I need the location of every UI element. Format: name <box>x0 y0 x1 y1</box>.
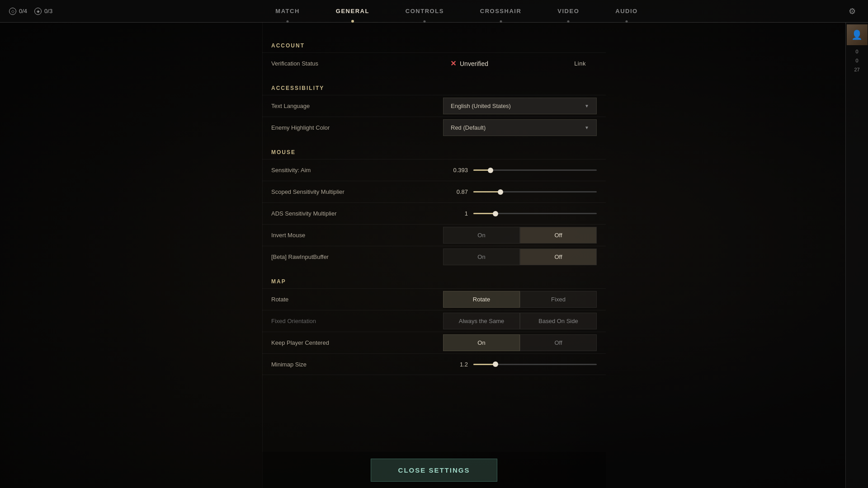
setting-row-ads-sensitivity: ADS Sensitivity Multiplier 1 <box>262 202 606 224</box>
scoped-sensitivity-slider[interactable]: 0.87 <box>443 188 597 195</box>
x-icon: ✕ <box>450 59 456 68</box>
chevron-down-icon-2: ▼ <box>585 125 589 130</box>
stat-3: 27 <box>854 67 859 72</box>
setting-row-enemy-highlight: Enemy Highlight Color Red (Default) ▼ <box>262 117 606 138</box>
slider-thumb-ads-sensitivity[interactable] <box>493 211 498 216</box>
verification-label: Verification Status <box>271 60 443 67</box>
avatar: 👤 <box>847 24 868 45</box>
text-language-value: English (United States) <box>451 103 511 109</box>
verification-control: ✕ Unverified Link <box>443 55 597 72</box>
minimap-size-label: Minimap Size <box>271 361 443 368</box>
invert-mouse-toggle[interactable]: On Off <box>443 227 597 244</box>
setting-row-sensitivity-aim: Sensitivity: Aim 0.393 <box>262 159 606 181</box>
text-language-dropdown[interactable]: English (United States) ▼ <box>443 98 597 114</box>
slider-fill-ads-sensitivity <box>473 213 495 214</box>
verification-status: ✕ Unverified <box>443 55 563 72</box>
avatar-image: 👤 <box>847 24 868 45</box>
slider-fill-minimap-size <box>473 364 495 365</box>
link-button[interactable]: Link <box>563 56 597 71</box>
fixed-orientation-always[interactable]: Always the Same <box>443 313 520 329</box>
setting-row-fixed-orientation: Fixed Orientation Always the Same Based … <box>262 310 606 332</box>
nav-right: ⚙ <box>778 5 868 18</box>
gear-icon[interactable]: ⚙ <box>845 5 859 18</box>
score-value-2: 0/3 <box>44 8 52 14</box>
enemy-highlight-label: Enemy Highlight Color <box>271 124 443 131</box>
raw-input-on[interactable]: On <box>443 249 520 265</box>
slider-fill-scoped-sensitivity <box>473 191 500 192</box>
rotate-label: Rotate <box>271 296 443 303</box>
scoped-sensitivity-label: Scoped Sensitivity Multiplier <box>271 188 443 195</box>
setting-row-keep-centered: Keep Player Centered On Off <box>262 332 606 353</box>
setting-row-scoped-sensitivity: Scoped Sensitivity Multiplier 0.87 <box>262 181 606 202</box>
raw-input-label: [Beta] RawInputBuffer <box>271 253 443 260</box>
keep-centered-off[interactable]: Off <box>520 334 597 351</box>
verification-text: Unverified <box>460 60 488 67</box>
tab-crosshair[interactable]: CROSSHAIR <box>462 0 540 23</box>
score-icon-2: ◈ <box>34 8 42 15</box>
enemy-highlight-dropdown[interactable]: Red (Default) ▼ <box>443 119 597 136</box>
tab-general[interactable]: GENERAL <box>318 0 387 23</box>
raw-input-off[interactable]: Off <box>520 249 597 265</box>
raw-input-toggle[interactable]: On Off <box>443 249 597 265</box>
setting-row-rotate: Rotate Rotate Fixed <box>262 288 606 310</box>
text-language-label: Text Language <box>271 103 443 109</box>
ads-sensitivity-label: ADS Sensitivity Multiplier <box>271 210 443 217</box>
slider-thumb-minimap-size[interactable] <box>493 361 498 367</box>
stat-1: 0 <box>855 49 858 54</box>
close-settings-bar: CLOSE SETTINGS <box>262 452 606 488</box>
setting-row-verification: Verification Status ✕ Unverified Link <box>262 52 606 74</box>
invert-mouse-on[interactable]: On <box>443 227 520 244</box>
section-header-accessibility: ACCESSIBILITY <box>262 78 606 95</box>
fixed-orientation-toggle[interactable]: Always the Same Based On Side <box>443 313 597 329</box>
score-2: ◈ 0/3 <box>34 8 52 15</box>
keep-centered-label: Keep Player Centered <box>271 339 443 346</box>
slider-thumb-scoped-sensitivity[interactable] <box>498 189 503 195</box>
minimap-size-slider[interactable]: 1.2 <box>443 361 597 368</box>
section-header-mouse: MOUSE <box>262 142 606 159</box>
nav-tabs: MATCH GENERAL CONTROLS CROSSHAIR VIDEO A… <box>136 0 778 23</box>
slider-track-ads-sensitivity[interactable] <box>473 213 597 214</box>
sensitivity-aim-slider[interactable]: 0.393 <box>443 167 597 174</box>
setting-row-invert-mouse: Invert Mouse On Off <box>262 224 606 246</box>
nav-scores: ◇ 0/4 ◈ 0/3 <box>0 8 136 15</box>
tab-match[interactable]: MATCH <box>257 0 317 23</box>
slider-track-minimap-size[interactable] <box>473 364 597 365</box>
setting-row-minimap-size: Minimap Size 1.2 <box>262 353 606 375</box>
score-value-1: 0/4 <box>19 8 27 14</box>
slider-thumb-sensitivity-aim[interactable] <box>488 168 493 173</box>
ads-sensitivity-value: 1 <box>443 210 468 217</box>
minimap-size-value: 1.2 <box>443 361 468 368</box>
keep-centered-toggle[interactable]: On Off <box>443 334 597 351</box>
slider-track-sensitivity-aim[interactable] <box>473 169 597 171</box>
enemy-highlight-value: Red (Default) <box>451 124 486 131</box>
stat-2: 0 <box>855 58 858 63</box>
settings-scroll[interactable]: ACCOUNT Verification Status ✕ Unverified… <box>262 23 606 452</box>
score-1: ◇ 0/4 <box>9 8 27 15</box>
close-settings-button[interactable]: CLOSE SETTINGS <box>371 459 498 482</box>
rotate-option-fixed[interactable]: Fixed <box>520 291 597 308</box>
rotate-option-rotate[interactable]: Rotate <box>443 291 520 308</box>
section-header-map: MAP <box>262 271 606 288</box>
sensitivity-aim-label: Sensitivity: Aim <box>271 167 443 174</box>
setting-row-text-language: Text Language English (United States) ▼ <box>262 95 606 117</box>
section-header-account: ACCOUNT <box>262 35 606 52</box>
fixed-orientation-side[interactable]: Based On Side <box>520 313 597 329</box>
right-panel: 👤 0 0 27 <box>845 23 868 488</box>
score-icon-1: ◇ <box>9 8 16 15</box>
sensitivity-aim-value: 0.393 <box>443 167 468 174</box>
keep-centered-on[interactable]: On <box>443 334 520 351</box>
rotate-toggle[interactable]: Rotate Fixed <box>443 291 597 308</box>
invert-mouse-label: Invert Mouse <box>271 232 443 239</box>
top-navigation: ◇ 0/4 ◈ 0/3 MATCH GENERAL CONTROLS CROSS… <box>0 0 868 23</box>
enemy-highlight-dropdown-btn[interactable]: Red (Default) ▼ <box>443 119 597 136</box>
text-language-dropdown-btn[interactable]: English (United States) ▼ <box>443 98 597 114</box>
tab-video[interactable]: VIDEO <box>539 0 597 23</box>
tab-controls[interactable]: CONTROLS <box>387 0 462 23</box>
setting-row-raw-input: [Beta] RawInputBuffer On Off <box>262 246 606 267</box>
slider-track-scoped-sensitivity[interactable] <box>473 191 597 192</box>
tab-audio[interactable]: AUDIO <box>597 0 656 23</box>
fixed-orientation-label: Fixed Orientation <box>271 318 443 324</box>
scoped-sensitivity-value: 0.87 <box>443 188 468 195</box>
invert-mouse-off[interactable]: Off <box>520 227 597 244</box>
ads-sensitivity-slider[interactable]: 1 <box>443 210 597 217</box>
